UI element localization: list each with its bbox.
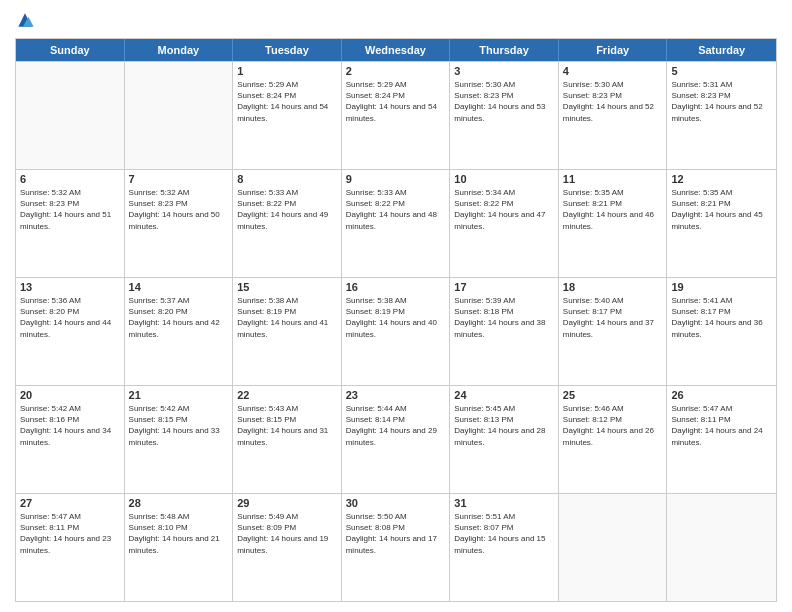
day-info: Sunrise: 5:47 AMSunset: 8:11 PMDaylight:…: [20, 511, 120, 556]
calendar-day-2: 2Sunrise: 5:29 AMSunset: 8:24 PMDaylight…: [342, 62, 451, 169]
calendar-week-5: 27Sunrise: 5:47 AMSunset: 8:11 PMDayligh…: [16, 493, 776, 601]
day-info: Sunrise: 5:29 AMSunset: 8:24 PMDaylight:…: [346, 79, 446, 124]
calendar-empty-cell: [16, 62, 125, 169]
day-number: 23: [346, 389, 446, 401]
day-number: 10: [454, 173, 554, 185]
day-info: Sunrise: 5:34 AMSunset: 8:22 PMDaylight:…: [454, 187, 554, 232]
calendar-day-22: 22Sunrise: 5:43 AMSunset: 8:15 PMDayligh…: [233, 386, 342, 493]
day-number: 16: [346, 281, 446, 293]
calendar-day-6: 6Sunrise: 5:32 AMSunset: 8:23 PMDaylight…: [16, 170, 125, 277]
day-number: 22: [237, 389, 337, 401]
calendar-day-header: Friday: [559, 39, 668, 61]
page: SundayMondayTuesdayWednesdayThursdayFrid…: [0, 0, 792, 612]
calendar-day-7: 7Sunrise: 5:32 AMSunset: 8:23 PMDaylight…: [125, 170, 234, 277]
calendar-day-23: 23Sunrise: 5:44 AMSunset: 8:14 PMDayligh…: [342, 386, 451, 493]
calendar-day-header: Tuesday: [233, 39, 342, 61]
day-info: Sunrise: 5:38 AMSunset: 8:19 PMDaylight:…: [237, 295, 337, 340]
day-info: Sunrise: 5:38 AMSunset: 8:19 PMDaylight:…: [346, 295, 446, 340]
day-number: 11: [563, 173, 663, 185]
day-number: 27: [20, 497, 120, 509]
calendar-week-1: 1Sunrise: 5:29 AMSunset: 8:24 PMDaylight…: [16, 61, 776, 169]
day-info: Sunrise: 5:40 AMSunset: 8:17 PMDaylight:…: [563, 295, 663, 340]
day-number: 4: [563, 65, 663, 77]
logo-icon: [15, 10, 35, 30]
calendar-day-25: 25Sunrise: 5:46 AMSunset: 8:12 PMDayligh…: [559, 386, 668, 493]
calendar-day-20: 20Sunrise: 5:42 AMSunset: 8:16 PMDayligh…: [16, 386, 125, 493]
day-info: Sunrise: 5:48 AMSunset: 8:10 PMDaylight:…: [129, 511, 229, 556]
header: [15, 10, 777, 30]
day-number: 2: [346, 65, 446, 77]
day-info: Sunrise: 5:50 AMSunset: 8:08 PMDaylight:…: [346, 511, 446, 556]
day-number: 31: [454, 497, 554, 509]
day-info: Sunrise: 5:41 AMSunset: 8:17 PMDaylight:…: [671, 295, 772, 340]
calendar-day-15: 15Sunrise: 5:38 AMSunset: 8:19 PMDayligh…: [233, 278, 342, 385]
day-number: 25: [563, 389, 663, 401]
calendar-day-27: 27Sunrise: 5:47 AMSunset: 8:11 PMDayligh…: [16, 494, 125, 601]
day-info: Sunrise: 5:30 AMSunset: 8:23 PMDaylight:…: [563, 79, 663, 124]
day-info: Sunrise: 5:45 AMSunset: 8:13 PMDaylight:…: [454, 403, 554, 448]
day-info: Sunrise: 5:43 AMSunset: 8:15 PMDaylight:…: [237, 403, 337, 448]
day-number: 6: [20, 173, 120, 185]
day-info: Sunrise: 5:39 AMSunset: 8:18 PMDaylight:…: [454, 295, 554, 340]
calendar-day-1: 1Sunrise: 5:29 AMSunset: 8:24 PMDaylight…: [233, 62, 342, 169]
day-number: 17: [454, 281, 554, 293]
calendar-day-18: 18Sunrise: 5:40 AMSunset: 8:17 PMDayligh…: [559, 278, 668, 385]
day-info: Sunrise: 5:51 AMSunset: 8:07 PMDaylight:…: [454, 511, 554, 556]
calendar-day-26: 26Sunrise: 5:47 AMSunset: 8:11 PMDayligh…: [667, 386, 776, 493]
day-info: Sunrise: 5:35 AMSunset: 8:21 PMDaylight:…: [563, 187, 663, 232]
calendar-day-5: 5Sunrise: 5:31 AMSunset: 8:23 PMDaylight…: [667, 62, 776, 169]
calendar-day-12: 12Sunrise: 5:35 AMSunset: 8:21 PMDayligh…: [667, 170, 776, 277]
day-number: 24: [454, 389, 554, 401]
calendar-empty-cell: [667, 494, 776, 601]
day-number: 18: [563, 281, 663, 293]
day-info: Sunrise: 5:42 AMSunset: 8:15 PMDaylight:…: [129, 403, 229, 448]
calendar-body: 1Sunrise: 5:29 AMSunset: 8:24 PMDaylight…: [16, 61, 776, 601]
calendar-day-8: 8Sunrise: 5:33 AMSunset: 8:22 PMDaylight…: [233, 170, 342, 277]
day-info: Sunrise: 5:31 AMSunset: 8:23 PMDaylight:…: [671, 79, 772, 124]
calendar-day-16: 16Sunrise: 5:38 AMSunset: 8:19 PMDayligh…: [342, 278, 451, 385]
calendar-day-19: 19Sunrise: 5:41 AMSunset: 8:17 PMDayligh…: [667, 278, 776, 385]
day-number: 15: [237, 281, 337, 293]
day-info: Sunrise: 5:37 AMSunset: 8:20 PMDaylight:…: [129, 295, 229, 340]
day-number: 26: [671, 389, 772, 401]
calendar-day-30: 30Sunrise: 5:50 AMSunset: 8:08 PMDayligh…: [342, 494, 451, 601]
day-number: 19: [671, 281, 772, 293]
day-info: Sunrise: 5:33 AMSunset: 8:22 PMDaylight:…: [346, 187, 446, 232]
day-number: 20: [20, 389, 120, 401]
day-number: 30: [346, 497, 446, 509]
calendar-week-4: 20Sunrise: 5:42 AMSunset: 8:16 PMDayligh…: [16, 385, 776, 493]
calendar-week-2: 6Sunrise: 5:32 AMSunset: 8:23 PMDaylight…: [16, 169, 776, 277]
calendar: SundayMondayTuesdayWednesdayThursdayFrid…: [15, 38, 777, 602]
calendar-day-header: Saturday: [667, 39, 776, 61]
day-info: Sunrise: 5:32 AMSunset: 8:23 PMDaylight:…: [20, 187, 120, 232]
logo: [15, 10, 39, 30]
calendar-empty-cell: [559, 494, 668, 601]
calendar-day-10: 10Sunrise: 5:34 AMSunset: 8:22 PMDayligh…: [450, 170, 559, 277]
day-info: Sunrise: 5:32 AMSunset: 8:23 PMDaylight:…: [129, 187, 229, 232]
day-info: Sunrise: 5:47 AMSunset: 8:11 PMDaylight:…: [671, 403, 772, 448]
calendar-day-9: 9Sunrise: 5:33 AMSunset: 8:22 PMDaylight…: [342, 170, 451, 277]
day-info: Sunrise: 5:36 AMSunset: 8:20 PMDaylight:…: [20, 295, 120, 340]
calendar-day-31: 31Sunrise: 5:51 AMSunset: 8:07 PMDayligh…: [450, 494, 559, 601]
day-info: Sunrise: 5:33 AMSunset: 8:22 PMDaylight:…: [237, 187, 337, 232]
calendar-day-4: 4Sunrise: 5:30 AMSunset: 8:23 PMDaylight…: [559, 62, 668, 169]
calendar-day-header: Thursday: [450, 39, 559, 61]
calendar-day-29: 29Sunrise: 5:49 AMSunset: 8:09 PMDayligh…: [233, 494, 342, 601]
day-number: 8: [237, 173, 337, 185]
day-number: 14: [129, 281, 229, 293]
calendar-day-header: Sunday: [16, 39, 125, 61]
calendar-day-24: 24Sunrise: 5:45 AMSunset: 8:13 PMDayligh…: [450, 386, 559, 493]
day-info: Sunrise: 5:42 AMSunset: 8:16 PMDaylight:…: [20, 403, 120, 448]
day-number: 13: [20, 281, 120, 293]
calendar-day-14: 14Sunrise: 5:37 AMSunset: 8:20 PMDayligh…: [125, 278, 234, 385]
calendar-empty-cell: [125, 62, 234, 169]
day-number: 7: [129, 173, 229, 185]
day-number: 9: [346, 173, 446, 185]
day-info: Sunrise: 5:49 AMSunset: 8:09 PMDaylight:…: [237, 511, 337, 556]
day-number: 29: [237, 497, 337, 509]
calendar-day-header: Wednesday: [342, 39, 451, 61]
calendar-day-28: 28Sunrise: 5:48 AMSunset: 8:10 PMDayligh…: [125, 494, 234, 601]
day-number: 28: [129, 497, 229, 509]
calendar-day-header: Monday: [125, 39, 234, 61]
calendar-day-11: 11Sunrise: 5:35 AMSunset: 8:21 PMDayligh…: [559, 170, 668, 277]
